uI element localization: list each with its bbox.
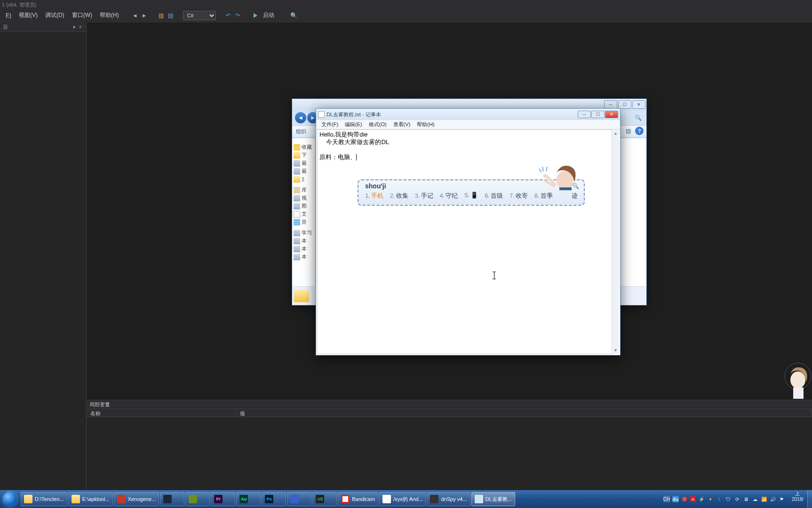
language-select[interactable]: C# [183, 11, 216, 20]
menu-edit[interactable]: 编辑(E) [342, 120, 366, 129]
taskbar-item-label: Xenogene... [128, 496, 156, 502]
flag-icon[interactable]: ⚑ [779, 496, 785, 502]
nav-back-icon[interactable]: ◄ [130, 11, 140, 20]
scroll-up-icon[interactable]: ▲ [612, 129, 619, 137]
organize-button[interactable]: 组织 [296, 128, 306, 135]
menu-item[interactable]: 窗口(W) [68, 10, 96, 21]
taskbar-item[interactable]: AS [312, 492, 337, 506]
taskbar-item[interactable]: /xyx的 And... [379, 492, 426, 506]
menu-item[interactable]: 调试(D) [41, 10, 68, 21]
view-icon[interactable]: ▤ [624, 127, 632, 135]
taskbar-clock[interactable]: 上 2018/ [788, 490, 807, 508]
notepad-icon [475, 495, 483, 503]
taskbar-item[interactable]: Ps [262, 492, 286, 506]
bandicam-icon [341, 495, 350, 503]
taskbar-item[interactable]: Xenogene... [114, 492, 159, 506]
tree-label[interactable]: 库 [302, 186, 307, 194]
tree-item[interactable]: 视 [302, 194, 307, 202]
video-icon [294, 195, 300, 202]
menu-format[interactable]: 格式(O) [366, 120, 390, 129]
panel-dropdown-icon[interactable]: ▾ [71, 24, 77, 30]
tree-item[interactable]: 本 [302, 237, 307, 244]
record-icon[interactable] [681, 496, 688, 502]
tree-item[interactable]: 2 [302, 177, 304, 182]
show-desktop-button[interactable] [807, 490, 812, 508]
play-icon [254, 13, 257, 18]
tree-label[interactable]: 收藏 [302, 144, 312, 151]
taskbar-item[interactable]: dnSpy v4... [427, 492, 470, 506]
cloud-icon[interactable]: ☁ [752, 496, 758, 502]
open-folder-icon[interactable]: ▤ [157, 11, 166, 20]
document-icon [294, 211, 300, 218]
col-name[interactable]: 名称 [87, 409, 236, 417]
tree-item[interactable]: 下 [302, 152, 307, 159]
explorer-tree[interactable]: 收藏 下 最 最 2 库 视 图 文 音 学习 本 本 本 [292, 138, 316, 286]
close-icon[interactable]: ✕ [632, 100, 645, 109]
start-button[interactable] [0, 490, 20, 508]
tree-item[interactable]: 音 [302, 218, 307, 226]
search-icon[interactable]: 🔍 [289, 11, 299, 20]
close-icon[interactable]: ✕ [605, 111, 618, 118]
monitor-icon[interactable]: 🖥 [743, 496, 749, 502]
xunlei-icon[interactable]: ⚡ [698, 496, 705, 502]
tree-item[interactable]: 本 [302, 245, 307, 252]
tree-item[interactable]: 最 [302, 168, 307, 175]
menu-item[interactable]: 帮助(H) [96, 10, 123, 21]
menu-file[interactable]: 文件(F) [318, 120, 342, 129]
baidu-ime-icon[interactable]: du [672, 496, 679, 502]
notepad-titlebar[interactable]: DL去雾教程.txt - 记事本 ─ ☐ ✕ [316, 109, 620, 120]
bluetooth-icon[interactable]: ᛒ [716, 496, 723, 502]
save-all-icon[interactable]: ▤ [166, 11, 175, 20]
panel-close-icon[interactable]: × [78, 24, 83, 30]
col-value[interactable]: 值 [236, 409, 812, 417]
minimize-icon[interactable]: ─ [604, 100, 617, 109]
taskbar-item[interactable] [160, 492, 184, 506]
sync-icon[interactable]: ⟳ [734, 496, 740, 502]
locals-tab[interactable]: 局部变量 [87, 400, 812, 409]
desktop-mascot[interactable] [774, 357, 812, 404]
menu-help[interactable]: 帮助(H) [414, 120, 438, 129]
menu-item[interactable]: E) [2, 11, 15, 20]
tree-item[interactable]: 本 [302, 253, 307, 260]
redo-icon[interactable]: ↷ [233, 11, 242, 20]
nav-forward-icon[interactable]: ► [140, 11, 149, 20]
taskbar-item[interactable] [185, 492, 210, 506]
taskbar-item[interactable]: DL去雾教... [471, 492, 515, 506]
scroll-down-icon[interactable]: ▼ [612, 347, 619, 354]
group-icon [294, 230, 300, 236]
notepad-window[interactable]: DL去雾教程.txt - 记事本 ─ ☐ ✕ 文件(F) 编辑(E) 格式(O)… [316, 108, 621, 355]
tree-label[interactable]: 学习 [302, 229, 312, 236]
search-icon[interactable]: 🔍 [632, 113, 644, 122]
tree-item[interactable]: 最 [302, 160, 307, 167]
tree-item[interactable]: 文 [302, 210, 307, 218]
scrollbar[interactable]: ▲ ▼ [612, 129, 619, 354]
undo-icon[interactable]: ↶ [223, 11, 233, 20]
menu-item[interactable]: 视图(V) [15, 10, 41, 21]
favorites-icon [294, 144, 300, 151]
spark-icon[interactable]: ✦ [707, 496, 714, 502]
taskbar-item[interactable]: Bandicam [338, 492, 378, 506]
back-icon[interactable]: ◄ [295, 112, 306, 123]
maximize-icon[interactable]: ☐ [591, 111, 605, 118]
notepad-editor[interactable]: Hello,我是狗带die 今天教大家做去雾的DL 原料：电脑、 [317, 129, 619, 354]
maximize-icon[interactable]: ☐ [618, 100, 631, 109]
taskbar-item[interactable] [287, 492, 311, 506]
taskbar-item[interactable]: Au [236, 492, 261, 506]
start-label: 启动 [259, 10, 278, 21]
ide-menubar: E) 视图(V) 调试(D) 窗口(W) 帮助(H) ◄ ► ▤ ▤ C# ↶ … [0, 9, 812, 21]
help-icon[interactable]: ? [635, 127, 644, 135]
start-debug-button[interactable]: 启动 [250, 10, 282, 21]
folder-icon [24, 495, 32, 503]
shield-icon[interactable]: 🛡 [725, 496, 732, 502]
taskbar-item[interactable]: D:\Tencten... [21, 492, 67, 506]
minimize-icon[interactable]: ─ [578, 111, 591, 118]
volume-icon[interactable]: 🔊 [770, 496, 776, 502]
tree-item[interactable]: 图 [302, 202, 307, 210]
adobe-icon[interactable]: A [690, 496, 696, 502]
menu-view[interactable]: 查看(V) [390, 120, 414, 129]
ime-lang-indicator[interactable]: CH [663, 496, 670, 502]
taskbar-item[interactable]: Pr [211, 492, 235, 506]
ibeam-cursor [493, 272, 496, 279]
taskbar-item[interactable]: E:\apktool... [68, 492, 113, 506]
signal-icon[interactable]: 📶 [761, 496, 767, 502]
